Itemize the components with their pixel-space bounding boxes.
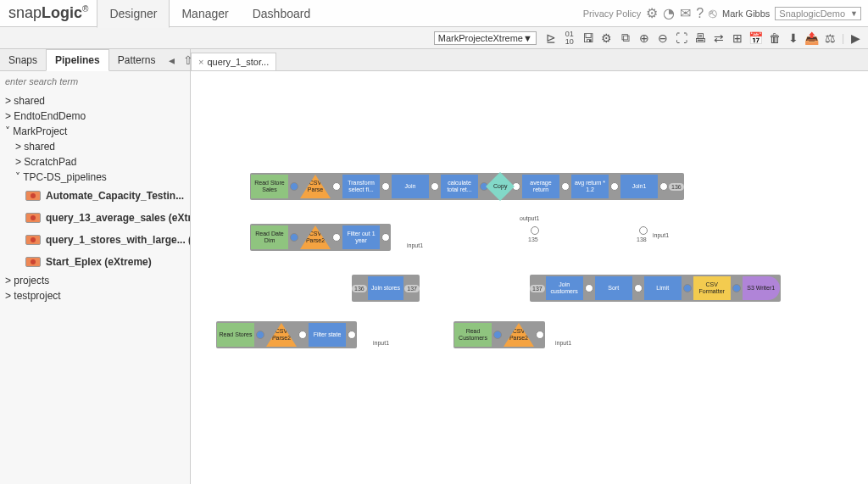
output-port[interactable] (634, 284, 643, 292)
tree-markproject[interactable]: ˅ MarkProject (0, 124, 190, 139)
snap-join-customers[interactable]: Join customers (546, 276, 583, 300)
clock-icon[interactable]: ◔ (663, 5, 675, 21)
snap-copy[interactable]: Copy (486, 172, 515, 201)
output-port[interactable] (610, 182, 619, 191)
output-port[interactable] (290, 233, 298, 242)
snap-read-customers[interactable]: Read Customers (454, 323, 492, 347)
play-icon[interactable]: ▶ (848, 31, 863, 46)
pipeline-row-2[interactable]: Read Date Dim CSV Parse2 Filter out 1 ye… (250, 224, 391, 251)
tree-projects[interactable]: > projects (0, 273, 190, 288)
snap-join1[interactable]: Join1 (620, 175, 658, 198)
snap-csv-formatter[interactable]: CSV Formatter (693, 276, 731, 300)
output-port[interactable] (585, 284, 593, 292)
output-port[interactable] (431, 182, 439, 191)
output-port[interactable] (256, 331, 264, 339)
tree-endtoend[interactable]: > EndtoEndDemo (0, 108, 190, 124)
snap-read-date[interactable]: Read Date Dim (251, 225, 288, 249)
output-port[interactable] (536, 331, 544, 339)
snap-csv-parse2[interactable]: CSV Parse2 (300, 225, 331, 249)
label-input1c: input1 (373, 340, 389, 346)
snap-csv-parse2b[interactable]: CSV Parse2 (266, 323, 297, 347)
pipeline-row-1[interactable]: Read Store Sales CSV Parse Transform sel… (250, 173, 684, 200)
pipeline-row-6[interactable]: Read Customers CSV Parse2 input1 (453, 321, 545, 348)
snap-transform[interactable]: Transform select fi... (342, 175, 380, 198)
settings-icon[interactable]: ⚙ (599, 31, 615, 46)
snap-csv-parse[interactable]: CSV Parse (300, 175, 331, 198)
download-icon[interactable]: ⬇ (786, 31, 801, 46)
output-port[interactable] (348, 331, 356, 339)
collapse-icon[interactable]: ◂ (164, 53, 179, 68)
privacy-link[interactable]: Privacy Policy (583, 8, 641, 19)
output-port[interactable] (732, 284, 741, 292)
snap-limit[interactable]: Limit (644, 276, 682, 300)
compare-icon[interactable]: ⚖ (823, 31, 838, 46)
calendar-icon[interactable]: 📅 (748, 31, 764, 46)
close-tab-icon[interactable]: × (198, 57, 203, 67)
snap-sort[interactable]: Sort (595, 276, 632, 300)
tree-pipeline-q13[interactable]: query_13_average_sales (eXtreme) (0, 207, 190, 229)
snap-read-stores[interactable]: Read Stores (217, 323, 254, 347)
execute-icon[interactable]: ⊵ (543, 31, 559, 46)
mid-port-135[interactable] (531, 226, 539, 235)
logout-icon[interactable]: ⎋ (709, 6, 717, 21)
tree-scratchpad[interactable]: > ScratchPad (0, 154, 190, 170)
sidebar-tab-pipelines[interactable]: Pipelines (46, 49, 109, 71)
tree-testproject[interactable]: > testproject (0, 288, 190, 303)
user-name: Mark Gibbs (722, 8, 770, 19)
save-icon[interactable]: 🖫 (581, 31, 596, 46)
design-canvas[interactable]: Read Store Sales CSV Parse Transform sel… (191, 71, 868, 484)
snap-read-store-sales[interactable]: Read Store Sales (251, 175, 288, 198)
output-port[interactable] (332, 233, 341, 242)
tree-pipeline-start[interactable]: Start_Eplex (eXtreme) (0, 251, 190, 273)
pipeline-row-4[interactable]: Read Stores CSV Parse2 Filter state inpu… (216, 321, 357, 348)
snap-csv-parse2c[interactable]: CSV Parse2 (504, 323, 534, 347)
sidebar-tab-snaps[interactable]: Snaps (0, 50, 46, 70)
snap-filter-state[interactable]: Filter state (309, 323, 346, 347)
tree-mp-shared[interactable]: > shared (0, 139, 190, 154)
org-selector[interactable]: SnaplogicDemo (775, 7, 861, 20)
add-icon[interactable]: ⊞ (730, 31, 745, 46)
snap-average[interactable]: average return (522, 175, 559, 198)
help-icon[interactable]: ? (696, 6, 704, 21)
gear-icon[interactable]: ⚙ (646, 5, 658, 21)
output-port[interactable] (381, 233, 390, 242)
swap-icon[interactable]: ⇄ (711, 31, 726, 46)
print-icon[interactable]: 🖶 (693, 31, 708, 46)
output-port[interactable] (561, 182, 570, 191)
output-port[interactable] (332, 182, 341, 191)
tree-tpc[interactable]: ˅ TPC-DS_pipelines (0, 170, 190, 185)
pipeline-row-5[interactable]: 137 Join customers Sort Limit CSV Format… (530, 275, 781, 302)
sidebar-tab-patterns[interactable]: Patterns (109, 50, 164, 70)
nav-designer[interactable]: Designer (97, 0, 170, 28)
snap-avg12[interactable]: avg return * 1.2 (571, 175, 609, 198)
zoom-in-icon[interactable]: ⊕ (637, 31, 652, 46)
output-port[interactable] (659, 182, 668, 191)
zoom-out-icon[interactable]: ⊖ (655, 31, 670, 46)
snap-filter-year[interactable]: Filter out 1 year (342, 225, 380, 249)
output-port[interactable] (290, 182, 298, 191)
tree-pipeline-automate[interactable]: Automate_Capacity_Testin... (0, 185, 190, 207)
tree-pipeline-q1[interactable]: query_1_stores_with_large... (eXtreme) (0, 229, 190, 251)
mail-icon[interactable]: ✉ (680, 5, 691, 21)
output-port[interactable] (493, 331, 502, 339)
search-input[interactable] (3, 75, 186, 88)
snap-s3-writer[interactable]: S3 Writer1 (743, 276, 780, 300)
snap-join[interactable]: Join (392, 175, 429, 198)
nav-manager[interactable]: Manager (170, 0, 240, 27)
pipeline-row-3[interactable]: 136 Join stores 137 (352, 275, 420, 302)
canvas-tab-query1[interactable]: × query_1_stor... (191, 53, 276, 71)
trash-icon[interactable]: 🗑 (767, 31, 782, 46)
snap-join-stores[interactable]: Join stores (368, 276, 404, 300)
tree-shared[interactable]: > shared (0, 93, 190, 108)
copy-icon[interactable]: ⧉ (618, 31, 633, 46)
output-port[interactable] (298, 331, 307, 339)
export-icon[interactable]: 📤 (804, 31, 820, 46)
nav-dashboard[interactable]: Dashboard (241, 0, 323, 27)
output-port[interactable] (683, 284, 692, 292)
snap-calculate[interactable]: calculate total ret... (441, 175, 478, 198)
project-selector[interactable]: MarkProjecteXtreme▼ (434, 31, 537, 45)
output-port[interactable] (381, 182, 390, 191)
fit-icon[interactable]: ⛶ (674, 31, 689, 46)
mid-port-138[interactable] (639, 226, 648, 235)
binary-icon[interactable]: 0110 (562, 31, 577, 46)
